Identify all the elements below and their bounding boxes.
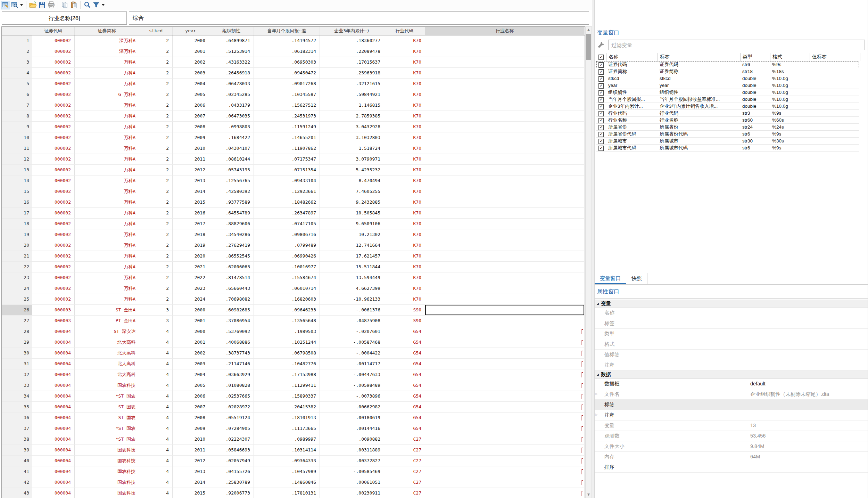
cell-return_sd[interactable]: .11591249 <box>254 122 320 132</box>
row-expander-icon[interactable]: ▷ <box>595 392 598 395</box>
cell-code[interactable]: 000004 <box>32 466 75 477</box>
cell-code[interactable]: 000004 <box>32 413 75 423</box>
row-number[interactable]: 27 <box>2 316 32 326</box>
row-number[interactable]: 9 <box>2 122 32 132</box>
cell-abbr[interactable]: 万科A <box>75 272 139 283</box>
cell-abbr[interactable]: 国农科技 <box>75 456 139 466</box>
cell-stkcd[interactable]: 2 <box>139 46 173 57</box>
cell-ind_code[interactable]: K70 <box>384 89 425 100</box>
cell-ind_name[interactable] <box>425 423 585 434</box>
cell-stkcd[interactable]: 3 <box>139 316 173 326</box>
cell-year[interactable]: 2017 <box>173 219 209 229</box>
row-number[interactable]: 36 <box>2 413 32 423</box>
variable-checkbox[interactable] <box>598 132 604 137</box>
cell-year[interactable]: 2012 <box>173 165 209 175</box>
cell-code[interactable]: 000002 <box>32 46 75 57</box>
cell-resilience[interactable]: .86552545 <box>209 251 254 261</box>
column-header-code[interactable]: 证券代码 <box>32 27 75 35</box>
data-browse-dropdown-caret[interactable] <box>20 4 23 6</box>
cell-ind_name[interactable] <box>425 305 585 315</box>
cell-ind_code[interactable]: K70 <box>384 229 425 240</box>
variable-row[interactable]: 行业代码行业代码str3%9s <box>596 110 859 117</box>
cell-abbr[interactable]: 万科A <box>75 251 139 261</box>
cell-year[interactable]: 2011 <box>173 154 209 164</box>
cell-code[interactable]: 000002 <box>32 100 75 111</box>
variable-row[interactable]: 所属城市代码所属城市代码str6%9s <box>596 145 859 152</box>
variable-checkbox[interactable] <box>598 104 604 109</box>
variables-filter-input[interactable] <box>608 40 865 50</box>
property-value[interactable] <box>747 329 868 339</box>
cell-return_sd[interactable]: .06990426 <box>254 251 320 261</box>
column-header-ind_name[interactable]: 行业名称 <box>425 27 585 35</box>
cell-cum_growth[interactable]: -.0207601 <box>320 326 384 337</box>
cell-ind_name[interactable] <box>425 316 585 326</box>
cell-ind_name[interactable] <box>425 165 585 175</box>
cell-code[interactable]: 000002 <box>32 208 75 218</box>
cell-return_sd[interactable]: .17153988 <box>254 369 320 380</box>
variable-checkbox[interactable] <box>598 139 604 144</box>
cell-code[interactable]: 000004 <box>32 423 75 434</box>
filter-button[interactable] <box>92 1 101 9</box>
cell-cum_growth[interactable]: -.00662982 <box>320 402 384 412</box>
cell-resilience[interactable]: .12556765 <box>209 175 254 186</box>
cell-ind_name[interactable] <box>425 132 585 143</box>
cell-stkcd[interactable]: 2 <box>139 272 173 283</box>
cell-ind_name[interactable] <box>425 445 585 455</box>
cell-ind_name[interactable] <box>425 283 585 294</box>
cell-year[interactable]: 2023 <box>173 283 209 294</box>
cell-abbr[interactable]: ST 国农 <box>75 402 139 412</box>
row-number[interactable]: 10 <box>2 132 32 143</box>
cell-abbr[interactable]: 深万科A <box>75 46 139 57</box>
cell-abbr[interactable]: 北大高科 <box>75 337 139 348</box>
cell-stkcd[interactable]: 2 <box>139 208 173 218</box>
cell-ind_name[interactable] <box>425 456 585 466</box>
cell-stkcd[interactable]: 2 <box>139 294 173 304</box>
cell-stkcd[interactable]: 4 <box>139 477 173 488</box>
cell-ind_code[interactable]: K70 <box>384 46 425 57</box>
cell-resilience[interactable]: .43163322 <box>209 57 254 67</box>
cell-cum_growth[interactable]: 5.4235232 <box>320 165 384 175</box>
cell-return_sd[interactable]: .15584674 <box>254 272 320 283</box>
cell-code[interactable]: 000002 <box>32 132 75 143</box>
cell-year[interactable]: 2024 <box>173 294 209 304</box>
cell-code[interactable]: 000002 <box>32 79 75 89</box>
tab-snapshot[interactable]: 快照 <box>626 273 647 284</box>
cell-stkcd[interactable]: 4 <box>139 337 173 348</box>
cell-resilience[interactable]: .03663929 <box>209 369 254 380</box>
cell-abbr[interactable]: *ST 国农 <box>75 391 139 401</box>
column-header-return_sd[interactable]: 当年月个股回报~差 <box>254 27 320 35</box>
cell-code[interactable]: 000004 <box>32 380 75 391</box>
data-editor-button[interactable] <box>1 1 10 9</box>
row-number[interactable]: 21 <box>2 251 32 261</box>
variable-row[interactable]: 所属城市所属城市str30%30s <box>596 138 859 145</box>
cell-ind_name[interactable] <box>425 57 585 67</box>
row-number[interactable]: 19 <box>2 229 32 240</box>
cell-return_sd[interactable]: .18482662 <box>254 197 320 207</box>
property-value[interactable] <box>747 308 868 318</box>
cell-abbr[interactable]: 国农科技 <box>75 466 139 477</box>
cell-ind_name[interactable] <box>425 175 585 186</box>
cell-resilience[interactable]: .53769092 <box>209 326 254 337</box>
cell-year[interactable]: 2022 <box>173 272 209 283</box>
cell-cum_growth[interactable]: 13.594449 <box>320 272 384 283</box>
row-number[interactable]: 34 <box>2 391 32 401</box>
cell-year[interactable]: 2001 <box>173 337 209 348</box>
cell-cum_growth[interactable]: -.0073896 <box>320 391 384 401</box>
cell-ind_name[interactable] <box>425 413 585 423</box>
row-number[interactable]: 35 <box>2 402 32 412</box>
cell-ind_code[interactable]: K70 <box>384 111 425 121</box>
cell-year[interactable]: 2015 <box>173 197 209 207</box>
cell-return_sd[interactable]: .10457989 <box>254 466 320 477</box>
cell-ind_code[interactable]: G54 <box>384 413 425 423</box>
cell-ind_code[interactable]: C27 <box>384 466 425 477</box>
cell-year[interactable]: 2001 <box>173 46 209 57</box>
cell-ind_name[interactable] <box>425 294 585 304</box>
cell-year[interactable]: 2009 <box>173 132 209 143</box>
cell-abbr[interactable]: 万科A <box>75 283 139 294</box>
row-number[interactable]: 2 <box>2 46 32 57</box>
select-all-checkbox[interactable] <box>598 55 604 60</box>
cell-return_sd[interactable]: .18101913 <box>254 413 320 423</box>
property-value[interactable]: default <box>747 379 868 389</box>
scrollbar-up-arrow-icon[interactable]: ▲ <box>586 27 592 33</box>
column-header-ind_code[interactable]: 行业代码 <box>384 27 425 35</box>
